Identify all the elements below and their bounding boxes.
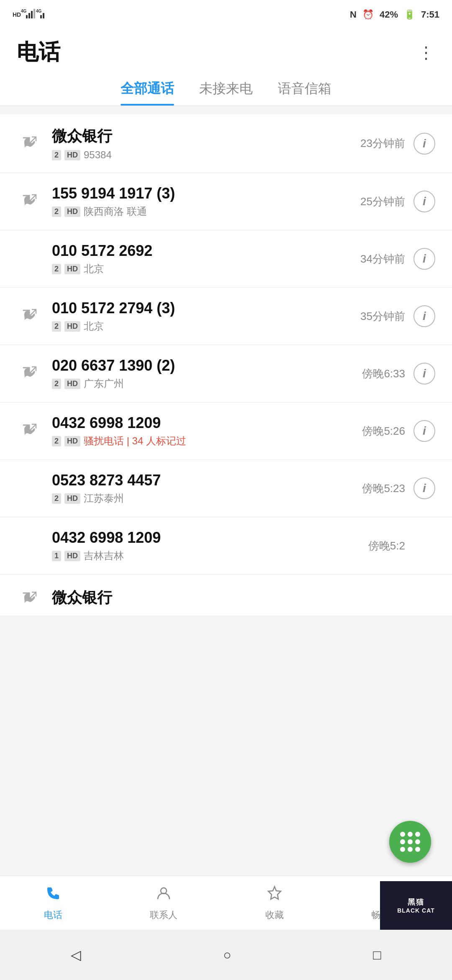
call-info: 010 5172 2692 2 HD 北京 (52, 242, 360, 276)
call-type-icon (17, 246, 42, 271)
svg-rect-3 (28, 13, 30, 18)
call-right: 傍晚6:33 i (362, 363, 435, 384)
call-info: 155 9194 1917 (3) 2 HD 陕西商洛 联通 (52, 185, 360, 218)
network-indicator: HD 4G 4G (13, 8, 46, 22)
svg-text:4G: 4G (36, 9, 42, 13)
svg-rect-8 (43, 13, 44, 18)
call-type-icon (17, 361, 42, 386)
call-item[interactable]: 微众银行 (0, 575, 452, 616)
black-cat-chinese: 黑猫 (408, 897, 424, 907)
info-button[interactable]: i (413, 305, 435, 327)
svg-text:4G: 4G (21, 9, 27, 13)
tab-voicemail[interactable]: 语音信箱 (278, 80, 331, 106)
phone-nav-icon (44, 884, 62, 906)
caller-name: 微众银行 (52, 588, 435, 608)
caller-name: 155 9194 1917 (3) (52, 185, 360, 202)
phone-nav-label: 电话 (44, 909, 62, 921)
info-button[interactable]: i (413, 420, 435, 442)
nav-contacts[interactable]: 联系人 (150, 884, 177, 921)
hd-badge: HD (64, 493, 80, 504)
call-right: 23分钟前 i (360, 133, 435, 155)
hd-badge: HD (64, 264, 80, 274)
svg-rect-7 (40, 15, 42, 18)
contacts-nav-icon (154, 884, 173, 906)
caller-detail: 2 HD 骚扰电话 | 34 人标记过 (52, 434, 362, 448)
info-button[interactable]: i (413, 477, 435, 499)
call-item[interactable]: 010 5172 2692 2 HD 北京 34分钟前 i (0, 230, 452, 288)
info-button[interactable]: i (413, 248, 435, 270)
sim-badge: 2 (52, 321, 61, 332)
status-right: N ⏰ 42% 🔋 7:51 (350, 9, 439, 20)
call-item[interactable]: 155 9194 1917 (3) 2 HD 陕西商洛 联通 25分钟前 i (0, 173, 452, 230)
info-button[interactable]: i (413, 363, 435, 384)
caller-name: 0432 6998 1209 (52, 414, 362, 432)
call-item[interactable]: 0432 6998 1209 2 HD 骚扰电话 | 34 人标记过 傍晚5:2… (0, 402, 452, 460)
hd-badge: HD (64, 436, 80, 446)
info-button[interactable]: i (413, 133, 435, 155)
recents-button[interactable]: □ (373, 947, 381, 963)
call-type-icon (17, 304, 42, 329)
sim-badge: 2 (52, 206, 61, 217)
caller-location: 北京 (84, 320, 104, 333)
dialpad-fab[interactable] (389, 821, 431, 863)
caller-detail: 2 HD 广东广州 (52, 377, 362, 390)
call-info: 微众银行 2 HD 95384 (52, 126, 360, 161)
call-time: 傍晚5:2 (368, 539, 405, 553)
black-cat-english: BLACK CAT (397, 907, 435, 914)
caller-detail: 1 HD 吉林吉林 (52, 549, 368, 562)
status-left: HD 4G 4G (13, 8, 46, 22)
call-list: 微众银行 2 HD 95384 23分钟前 i 155 9194 1917 (3… (0, 114, 452, 616)
contacts-nav-label: 联系人 (150, 909, 177, 921)
nav-phone[interactable]: 电话 (44, 884, 62, 921)
caller-location: 北京 (84, 262, 104, 276)
home-button[interactable]: ○ (223, 947, 231, 963)
call-type-icon (17, 131, 42, 156)
caller-name: 020 6637 1390 (2) (52, 357, 362, 374)
battery-icon: 🔋 (404, 9, 415, 20)
call-item[interactable]: 0523 8273 4457 2 HD 江苏泰州 傍晚5:23 i (0, 460, 452, 517)
app-header: 电话 ⋮ (0, 29, 452, 71)
call-time: 傍晚5:23 (362, 481, 405, 496)
sim-badge: 2 (52, 436, 61, 446)
call-type-icon (17, 533, 42, 558)
caller-detail: 2 HD 北京 (52, 262, 360, 276)
caller-name: 010 5172 2794 (3) (52, 299, 360, 317)
call-item[interactable]: 010 5172 2794 (3) 2 HD 北京 35分钟前 i (0, 288, 452, 345)
caller-name: 微众银行 (52, 126, 360, 147)
tab-all-calls[interactable]: 全部通话 (121, 80, 174, 106)
call-item[interactable]: 微众银行 2 HD 95384 23分钟前 i (0, 114, 452, 173)
hd-badge: HD (64, 551, 80, 561)
system-nav: ◁ ○ □ (0, 930, 452, 980)
call-time: 23分钟前 (360, 136, 405, 151)
call-right: 34分钟前 i (360, 248, 435, 270)
call-info: 0523 8273 4457 2 HD 江苏泰州 (52, 472, 362, 505)
more-options-icon[interactable]: ⋮ (418, 43, 435, 62)
hd-badge: HD (64, 321, 80, 332)
back-button[interactable]: ◁ (71, 947, 81, 963)
favorites-nav-label: 收藏 (265, 909, 284, 921)
call-type-icon (17, 586, 42, 611)
tab-missed-calls[interactable]: 未接来电 (199, 80, 253, 106)
status-bar: HD 4G 4G N ⏰ 42% 🔋 7:51 (0, 0, 452, 29)
alarm-icon: ⏰ (362, 9, 374, 20)
call-info: 020 6637 1390 (2) 2 HD 广东广州 (52, 357, 362, 390)
nav-favorites[interactable]: 收藏 (265, 884, 284, 921)
svg-text:HD: HD (13, 11, 21, 18)
call-time: 34分钟前 (360, 252, 405, 266)
caller-name: 0432 6998 1209 (52, 529, 368, 547)
call-right: 35分钟前 i (360, 305, 435, 327)
info-button[interactable]: i (413, 191, 435, 212)
call-type-icon (17, 418, 42, 444)
call-time: 25分钟前 (360, 194, 405, 209)
svg-rect-4 (31, 11, 33, 18)
call-item[interactable]: 020 6637 1390 (2) 2 HD 广东广州 傍晚6:33 i (0, 345, 452, 402)
hd-badge: HD (64, 150, 80, 160)
call-info: 010 5172 2794 (3) 2 HD 北京 (52, 299, 360, 333)
call-info: 0432 6998 1209 2 HD 骚扰电话 | 34 人标记过 (52, 414, 362, 448)
tabs-container: 全部通话 未接来电 语音信箱 (0, 71, 452, 106)
dialpad-icon (396, 828, 424, 856)
call-item[interactable]: 0432 6998 1209 1 HD 吉林吉林 傍晚5:2 i (0, 517, 452, 575)
time-display: 7:51 (421, 9, 439, 20)
call-right: 傍晚5:2 i (368, 535, 435, 557)
svg-rect-5 (33, 9, 35, 18)
